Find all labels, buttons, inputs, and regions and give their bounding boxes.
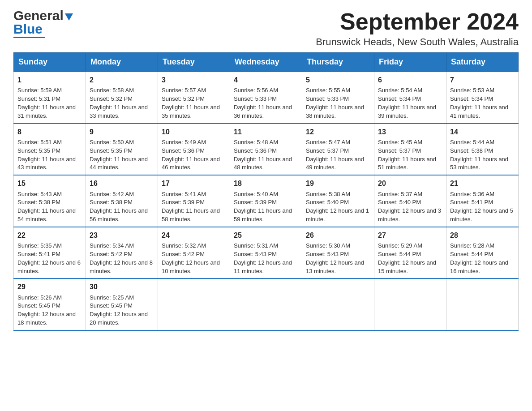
sunset-label: Sunset: 5:33 PM — [234, 95, 277, 102]
sunrise-label: Sunrise: 5:53 AM — [450, 87, 494, 94]
calendar-cell: 8Sunrise: 5:51 AMSunset: 5:35 PMDaylight… — [14, 124, 86, 176]
sunrise-label: Sunrise: 5:54 AM — [378, 87, 422, 94]
daylight-label: Daylight: 11 hours and 46 minutes. — [162, 156, 220, 171]
sunrise-label: Sunrise: 5:40 AM — [234, 191, 278, 197]
sunrise-label: Sunrise: 5:41 AM — [162, 191, 206, 197]
sunrise-label: Sunrise: 5:58 AM — [90, 87, 134, 94]
sunrise-label: Sunrise: 5:48 AM — [234, 139, 278, 146]
sunrise-label: Sunrise: 5:25 AM — [90, 294, 134, 301]
calendar-cell — [158, 278, 230, 330]
calendar-cell — [230, 278, 302, 330]
sunrise-label: Sunrise: 5:31 AM — [234, 242, 278, 249]
sunset-label: Sunset: 5:36 PM — [162, 147, 205, 154]
calendar-cell: 10Sunrise: 5:49 AMSunset: 5:36 PMDayligh… — [158, 124, 230, 176]
sunset-label: Sunset: 5:39 PM — [162, 199, 205, 206]
daylight-label: Daylight: 11 hours and 56 minutes. — [90, 207, 148, 223]
daylight-label: Daylight: 11 hours and 49 minutes. — [306, 156, 364, 171]
day-number: 16 — [90, 178, 154, 188]
calendar-cell — [446, 278, 519, 330]
calendar-cell: 25Sunrise: 5:31 AMSunset: 5:43 PMDayligh… — [230, 227, 302, 279]
sunset-label: Sunset: 5:37 PM — [378, 147, 421, 154]
day-number: 9 — [90, 127, 154, 137]
calendar-cell: 14Sunrise: 5:44 AMSunset: 5:38 PMDayligh… — [446, 124, 519, 176]
calendar-header-row: SundayMondayTuesdayWednesdayThursdayFrid… — [14, 53, 519, 72]
sunrise-label: Sunrise: 5:55 AM — [306, 87, 350, 94]
daylight-label: Daylight: 11 hours and 59 minutes. — [234, 207, 292, 223]
day-number: 30 — [90, 282, 154, 292]
daylight-label: Daylight: 12 hours and 13 minutes. — [306, 259, 364, 274]
day-number: 18 — [234, 178, 298, 188]
sunset-label: Sunset: 5:43 PM — [234, 251, 277, 257]
sunset-label: Sunset: 5:33 PM — [306, 95, 349, 102]
calendar-cell — [374, 278, 446, 330]
month-title: September 2024 — [316, 9, 519, 34]
sunset-label: Sunset: 5:44 PM — [450, 251, 493, 257]
sunrise-label: Sunrise: 5:36 AM — [450, 191, 494, 197]
calendar-cell: 30Sunrise: 5:25 AMSunset: 5:45 PMDayligh… — [86, 278, 158, 330]
logo-blue-text: Blue — [13, 22, 43, 36]
sunrise-label: Sunrise: 5:38 AM — [306, 191, 350, 197]
daylight-label: Daylight: 12 hours and 15 minutes. — [378, 259, 436, 274]
sunset-label: Sunset: 5:35 PM — [17, 147, 60, 154]
day-number: 20 — [378, 178, 442, 188]
col-header-friday: Friday — [374, 53, 446, 72]
calendar-cell: 21Sunrise: 5:36 AMSunset: 5:41 PMDayligh… — [446, 175, 519, 227]
sunrise-label: Sunrise: 5:42 AM — [90, 191, 134, 197]
daylight-label: Daylight: 11 hours and 33 minutes. — [90, 104, 148, 119]
sunset-label: Sunset: 5:32 PM — [90, 95, 133, 102]
day-number: 13 — [378, 127, 442, 137]
calendar-cell: 27Sunrise: 5:29 AMSunset: 5:44 PMDayligh… — [374, 227, 446, 279]
day-number: 21 — [450, 178, 515, 188]
col-header-tuesday: Tuesday — [158, 53, 230, 72]
calendar-cell: 29Sunrise: 5:26 AMSunset: 5:45 PMDayligh… — [14, 278, 86, 330]
sunrise-label: Sunrise: 5:57 AM — [162, 87, 206, 94]
col-header-wednesday: Wednesday — [230, 53, 302, 72]
sunset-label: Sunset: 5:41 PM — [17, 251, 60, 257]
calendar-cell: 15Sunrise: 5:43 AMSunset: 5:38 PMDayligh… — [14, 175, 86, 227]
day-number: 4 — [234, 75, 298, 85]
calendar-cell: 28Sunrise: 5:28 AMSunset: 5:44 PMDayligh… — [446, 227, 519, 279]
calendar-cell: 7Sunrise: 5:53 AMSunset: 5:34 PMDaylight… — [446, 72, 519, 124]
calendar-cell: 2Sunrise: 5:58 AMSunset: 5:32 PMDaylight… — [86, 72, 158, 124]
calendar-cell: 12Sunrise: 5:47 AMSunset: 5:37 PMDayligh… — [302, 124, 374, 176]
day-number: 3 — [162, 75, 226, 85]
daylight-label: Daylight: 12 hours and 16 minutes. — [450, 259, 508, 274]
sunset-label: Sunset: 5:41 PM — [450, 199, 493, 206]
sunset-label: Sunset: 5:36 PM — [234, 147, 277, 154]
sunset-label: Sunset: 5:42 PM — [162, 251, 205, 257]
sunrise-label: Sunrise: 5:35 AM — [17, 242, 62, 249]
calendar-cell: 17Sunrise: 5:41 AMSunset: 5:39 PMDayligh… — [158, 175, 230, 227]
sunrise-label: Sunrise: 5:49 AM — [162, 139, 206, 146]
sunset-label: Sunset: 5:34 PM — [450, 95, 493, 102]
col-header-monday: Monday — [86, 53, 158, 72]
daylight-label: Daylight: 11 hours and 51 minutes. — [378, 156, 436, 171]
sunrise-label: Sunrise: 5:43 AM — [17, 191, 62, 197]
sunset-label: Sunset: 5:38 PM — [17, 199, 60, 206]
daylight-label: Daylight: 11 hours and 53 minutes. — [450, 156, 508, 171]
daylight-label: Daylight: 11 hours and 54 minutes. — [17, 207, 76, 223]
sunrise-label: Sunrise: 5:44 AM — [450, 139, 494, 146]
daylight-label: Daylight: 11 hours and 38 minutes. — [306, 104, 364, 119]
sunset-label: Sunset: 5:31 PM — [17, 95, 60, 102]
sunrise-label: Sunrise: 5:47 AM — [306, 139, 350, 146]
day-number: 23 — [90, 230, 154, 240]
sunrise-label: Sunrise: 5:32 AM — [162, 242, 206, 249]
sunset-label: Sunset: 5:38 PM — [90, 199, 133, 206]
col-header-saturday: Saturday — [446, 53, 519, 72]
daylight-label: Daylight: 12 hours and 3 minutes. — [378, 207, 441, 223]
logo-underline — [13, 37, 45, 38]
sunrise-label: Sunrise: 5:50 AM — [90, 139, 134, 146]
calendar-cell: 3Sunrise: 5:57 AMSunset: 5:32 PMDaylight… — [158, 72, 230, 124]
sunrise-label: Sunrise: 5:34 AM — [90, 242, 134, 249]
day-number: 22 — [17, 230, 82, 240]
sunset-label: Sunset: 5:35 PM — [90, 147, 133, 154]
calendar-cell: 6Sunrise: 5:54 AMSunset: 5:34 PMDaylight… — [374, 72, 446, 124]
daylight-label: Daylight: 11 hours and 41 minutes. — [450, 104, 508, 119]
logo-triangle-icon — [65, 13, 73, 21]
day-number: 19 — [306, 178, 370, 188]
daylight-label: Daylight: 11 hours and 36 minutes. — [234, 104, 292, 119]
daylight-label: Daylight: 12 hours and 5 minutes. — [450, 207, 513, 223]
sunrise-label: Sunrise: 5:37 AM — [378, 191, 422, 197]
col-header-thursday: Thursday — [302, 53, 374, 72]
day-number: 28 — [450, 230, 515, 240]
